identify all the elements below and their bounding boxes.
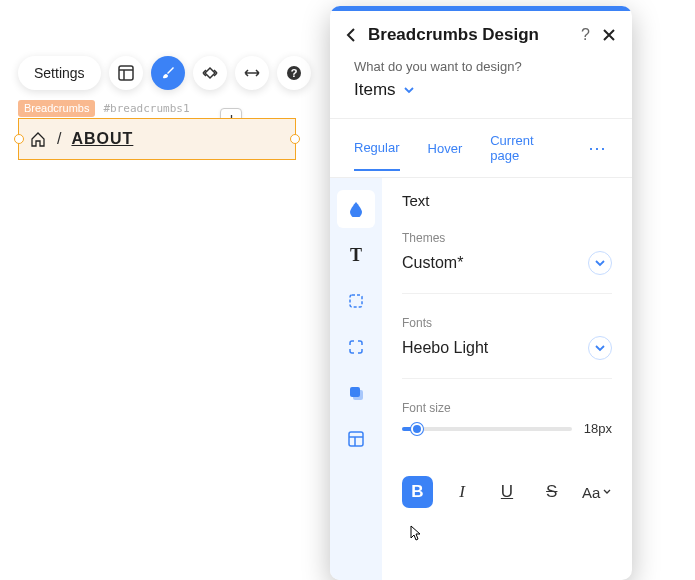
- breadcrumb-preview[interactable]: / ABOUT: [18, 118, 296, 160]
- fonts-field: Fonts Heebo Light: [402, 316, 612, 379]
- sidebar-text[interactable]: T: [337, 236, 375, 274]
- animation-icon: [201, 66, 219, 80]
- panel-close-button[interactable]: [602, 28, 616, 42]
- panel-help-button[interactable]: ?: [581, 26, 590, 44]
- droplet-icon: [349, 201, 363, 217]
- fonts-expand[interactable]: [588, 336, 612, 360]
- svg-text:?: ?: [290, 67, 297, 79]
- svg-rect-8: [349, 432, 363, 446]
- tab-current-page[interactable]: Current page: [490, 119, 560, 177]
- design-panel: Breadcrumbs Design ? What do you want to…: [330, 6, 632, 580]
- settings-label: Settings: [34, 65, 85, 81]
- sidebar-spacing[interactable]: [337, 420, 375, 458]
- editor-toolbar: Settings ?: [18, 56, 311, 90]
- back-button[interactable]: [346, 27, 356, 43]
- tab-regular[interactable]: Regular: [354, 126, 400, 171]
- bold-button[interactable]: B: [402, 476, 433, 508]
- state-tabs: Regular Hover Current page ⋯: [330, 119, 632, 178]
- font-size-label: Font size: [402, 401, 612, 415]
- element-id-badge: #breadcrumbs1: [99, 100, 193, 117]
- panel-title: Breadcrumbs Design: [368, 25, 569, 45]
- shadow-icon: [348, 385, 364, 401]
- scope-value: Items: [354, 80, 396, 100]
- panel-header: Breadcrumbs Design ?: [330, 11, 632, 59]
- themes-field: Themes Custom*: [402, 231, 612, 294]
- strikethrough-button[interactable]: S: [536, 476, 567, 508]
- slider-thumb[interactable]: [411, 423, 423, 435]
- tab-hover[interactable]: Hover: [428, 127, 463, 170]
- svg-rect-0: [119, 66, 133, 80]
- themes-value: Custom*: [402, 254, 463, 272]
- chevron-down-icon: [404, 87, 414, 94]
- sidebar-fill[interactable]: [337, 190, 375, 228]
- font-size-slider[interactable]: [402, 427, 572, 431]
- design-button[interactable]: [151, 56, 185, 90]
- dashed-square-icon: [348, 293, 364, 309]
- italic-button[interactable]: I: [447, 476, 478, 508]
- corners-icon: [348, 339, 364, 355]
- font-size-field: Font size 18px: [402, 401, 612, 454]
- themes-label: Themes: [402, 231, 612, 245]
- stretch-icon: [243, 67, 261, 79]
- breadcrumb-separator: /: [57, 130, 61, 148]
- fonts-value: Heebo Light: [402, 339, 488, 357]
- sidebar-shadow[interactable]: [337, 374, 375, 412]
- design-content: Text Themes Custom* Fonts Heebo Light Fo…: [382, 178, 632, 580]
- stretch-button[interactable]: [235, 56, 269, 90]
- animation-button[interactable]: [193, 56, 227, 90]
- help-button[interactable]: ?: [277, 56, 311, 90]
- format-row: B I U S Aa: [402, 476, 612, 508]
- themes-expand[interactable]: [588, 251, 612, 275]
- case-button[interactable]: Aa: [581, 476, 612, 508]
- layout-button[interactable]: [109, 56, 143, 90]
- sidebar-border-dashed[interactable]: [337, 282, 375, 320]
- font-size-value: 18px: [584, 421, 612, 436]
- element-type-badge: Breadcrumbs: [18, 100, 95, 117]
- layout-icon: [118, 65, 134, 81]
- svg-rect-5: [350, 295, 362, 307]
- home-icon: [29, 130, 47, 148]
- underline-button[interactable]: U: [492, 476, 523, 508]
- brush-icon: [160, 65, 176, 81]
- settings-button[interactable]: Settings: [18, 56, 101, 90]
- scope-selector[interactable]: Items: [330, 74, 632, 119]
- svg-rect-7: [353, 390, 363, 400]
- element-badges: Breadcrumbs #breadcrumbs1: [18, 100, 194, 117]
- breadcrumb-current: ABOUT: [71, 130, 133, 148]
- panel-question: What do you want to design?: [330, 59, 632, 74]
- section-title: Text: [402, 192, 612, 209]
- sidebar-corners[interactable]: [337, 328, 375, 366]
- tab-more[interactable]: ⋯: [588, 137, 608, 159]
- fonts-label: Fonts: [402, 316, 612, 330]
- category-sidebar: T: [330, 178, 382, 580]
- spacing-icon: [348, 431, 364, 447]
- help-icon: ?: [286, 65, 302, 81]
- text-icon: T: [350, 245, 362, 266]
